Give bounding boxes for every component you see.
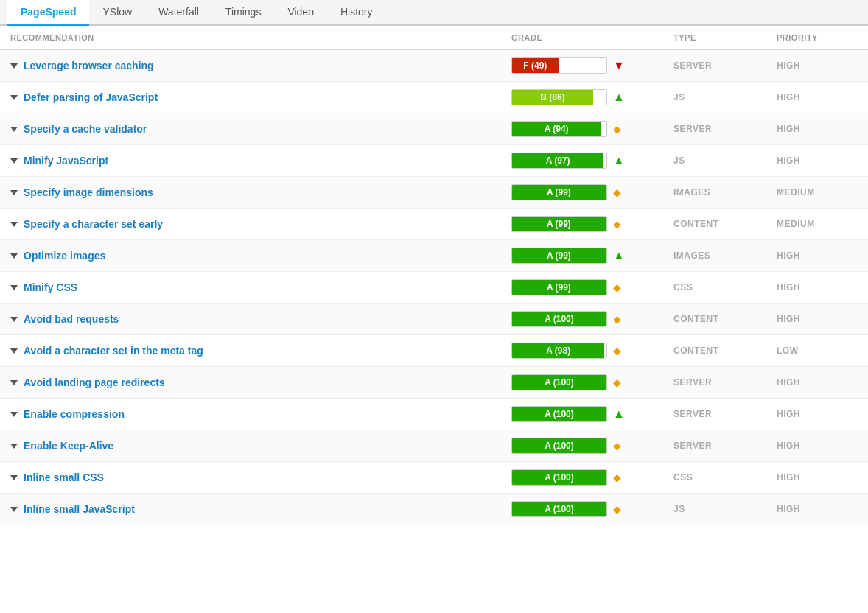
row-label-11[interactable]: Enable compression (10, 408, 511, 420)
type-cell: CONTENT (673, 219, 777, 229)
grade-fill: A (100) (512, 470, 606, 485)
header-type: TYPE (673, 33, 777, 42)
table-row[interactable]: Specify image dimensionsA (99)◆IMAGESMED… (0, 177, 868, 209)
expand-icon (10, 222, 18, 227)
grade-bar: F (49) (511, 57, 607, 74)
priority-cell: HIGH (777, 409, 858, 419)
grade-fill: B (86) (512, 90, 593, 105)
type-cell: IMAGES (673, 187, 777, 197)
priority-cell: HIGH (777, 60, 858, 71)
table-row[interactable]: Minify JavaScriptA (97)▲JSHIGH (0, 145, 868, 177)
type-cell: CSS (673, 282, 777, 293)
grade-cell-3: A (97)▲ (511, 153, 673, 169)
expand-icon (10, 127, 18, 132)
recommendation-name: Inline small CSS (24, 472, 104, 483)
table-row[interactable]: Avoid a character set in the meta tagA (… (0, 335, 868, 367)
table-row[interactable]: Defer parsing of JavaScriptB (86)▲JSHIGH (0, 82, 868, 113)
table-row[interactable]: Avoid landing page redirectsA (100)◆SERV… (0, 367, 868, 399)
type-cell: CSS (673, 472, 777, 483)
tab-pagespeed[interactable]: PageSpeed (7, 0, 89, 26)
row-label-10[interactable]: Avoid landing page redirects (10, 376, 511, 388)
grade-cell-2: A (94)◆ (511, 121, 673, 137)
trend-icon: ◆ (613, 472, 621, 483)
priority-cell: HIGH (777, 441, 858, 451)
row-label-14[interactable]: Inline small JavaScript (10, 503, 511, 515)
table-row[interactable]: Specify a character set earlyA (99)◆CONT… (0, 209, 868, 240)
recommendations-table: RECOMMENDATION GRADE TYPE PRIORITY Lever… (0, 26, 868, 525)
table-row[interactable]: Enable Keep-AliveA (100)◆SERVERHIGH (0, 430, 868, 462)
grade-fill: A (100) (512, 438, 606, 453)
grade-fill: A (100) (512, 502, 606, 516)
type-cell: SERVER (673, 441, 777, 451)
tab-waterfall[interactable]: Waterfall (145, 0, 212, 26)
grade-fill: A (100) (512, 375, 606, 390)
table-row[interactable]: Specify a cache validatorA (94)◆SERVERHI… (0, 113, 868, 145)
row-label-1[interactable]: Defer parsing of JavaScript (10, 91, 511, 103)
recommendation-name: Minify JavaScript (24, 155, 108, 167)
priority-cell: HIGH (777, 472, 858, 483)
grade-fill: A (99) (512, 248, 606, 263)
row-label-6[interactable]: Optimize images (10, 250, 511, 262)
row-label-0[interactable]: Leverage browser caching (10, 60, 511, 71)
row-label-13[interactable]: Inline small CSS (10, 472, 511, 483)
priority-cell: HIGH (777, 251, 858, 261)
row-label-12[interactable]: Enable Keep-Alive (10, 440, 511, 452)
trend-icon: ◆ (613, 313, 621, 325)
table-row[interactable]: Minify CSSA (99)◆CSSHIGH (0, 272, 868, 304)
table-row[interactable]: Inline small JavaScriptA (100)◆JSHIGH (0, 494, 868, 525)
recommendation-name: Avoid bad requests (24, 313, 119, 325)
grade-cell-7: A (99)◆ (511, 279, 673, 295)
table-row[interactable]: Avoid bad requestsA (100)◆CONTENTHIGH (0, 304, 868, 335)
grade-bar: A (99) (511, 184, 607, 200)
expand-icon (10, 158, 18, 164)
row-label-4[interactable]: Specify image dimensions (10, 186, 511, 198)
row-label-8[interactable]: Avoid bad requests (10, 313, 511, 325)
grade-bar: A (99) (511, 216, 607, 232)
recommendation-name: Specify image dimensions (24, 186, 153, 198)
tab-timings[interactable]: Timings (212, 0, 275, 26)
grade-bar: A (100) (511, 374, 607, 390)
type-cell: JS (673, 92, 777, 102)
tab-yslow[interactable]: YSlow (89, 0, 145, 26)
expand-icon (10, 317, 18, 322)
recommendation-name: Minify CSS (24, 281, 77, 293)
grade-fill: A (97) (512, 153, 603, 168)
row-label-3[interactable]: Minify JavaScript (10, 155, 511, 167)
grade-fill: A (99) (512, 185, 606, 200)
recommendation-name: Avoid a character set in the meta tag (24, 345, 203, 357)
tab-video[interactable]: Video (274, 0, 327, 26)
grade-bar: A (100) (511, 469, 607, 486)
grade-cell-14: A (100)◆ (511, 501, 673, 517)
row-label-2[interactable]: Specify a cache validator (10, 123, 511, 135)
type-cell: IMAGES (673, 251, 777, 261)
trend-icon: ◆ (613, 123, 621, 135)
header-grade: GRADE (511, 33, 673, 42)
row-label-9[interactable]: Avoid a character set in the meta tag (10, 345, 511, 357)
expand-icon (10, 444, 18, 449)
grade-bar: A (99) (511, 248, 607, 264)
table-row[interactable]: Inline small CSSA (100)◆CSSHIGH (0, 462, 868, 494)
table-row[interactable]: Leverage browser cachingF (49)▼SERVERHIG… (0, 50, 868, 82)
grade-bar: A (94) (511, 121, 607, 137)
trend-icon: ◆ (613, 218, 621, 230)
grade-cell-9: A (98)◆ (511, 343, 673, 359)
table-row[interactable]: Enable compressionA (100)▲SERVERHIGH (0, 399, 868, 430)
type-cell: SERVER (673, 377, 777, 388)
priority-cell: HIGH (777, 155, 858, 166)
grade-cell-11: A (100)▲ (511, 406, 673, 422)
grade-bar: A (99) (511, 279, 607, 295)
grade-bar: A (100) (511, 406, 607, 422)
expand-icon (10, 412, 18, 417)
tab-bar: PageSpeedYSlowWaterfallTimingsVideoHisto… (0, 0, 868, 26)
expand-icon (10, 63, 18, 69)
trend-icon: ◆ (613, 376, 621, 388)
expand-icon (10, 348, 18, 354)
header-recommendation: RECOMMENDATION (10, 33, 511, 42)
expand-icon (10, 507, 18, 512)
table-row[interactable]: Optimize imagesA (99)▲IMAGESHIGH (0, 240, 868, 272)
tab-history[interactable]: History (327, 0, 386, 26)
row-label-5[interactable]: Specify a character set early (10, 218, 511, 230)
row-label-7[interactable]: Minify CSS (10, 281, 511, 293)
priority-cell: HIGH (777, 314, 858, 324)
recommendation-name: Specify a character set early (24, 218, 163, 230)
